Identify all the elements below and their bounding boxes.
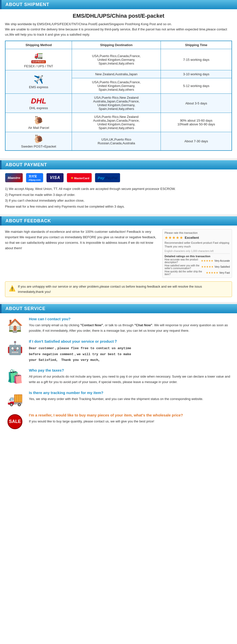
service-title-satisfied: If I don't Satisfied about your service … (29, 339, 232, 344)
time-cell: About 3-5 days (161, 94, 232, 113)
visa-card: VISA (46, 173, 64, 182)
rate-label: Please rate this transaction (165, 231, 230, 234)
maestro-card: Maestro (5, 173, 23, 182)
truck-icon: 🚛 (34, 51, 43, 59)
shipment-header-text: ABOUT SHIPMENT (4, 2, 49, 7)
sale-badge-icon: SALE (5, 413, 25, 430)
express-badge: EXPRESS (31, 60, 46, 63)
mastercard-card: ●● MasterCard (67, 173, 92, 182)
service-body-taxes: All prices of our products do not includ… (29, 374, 232, 385)
maestro-label: Maestro (8, 176, 20, 180)
service-body-satisfied: Dear customer，please flee free to contac… (29, 346, 232, 363)
payment-icons: Maestro 支付宝Alipay.com VISA ●● MasterCard… (5, 173, 232, 182)
rating-stars-3: ★★★★★ (206, 271, 218, 274)
shipment-header: ABOUT SHIPMENT (0, 0, 237, 9)
house-icon: 🏠 (5, 317, 25, 334)
service-item-wholesale: SALE I'm a reseller, I would like to buy… (5, 413, 232, 430)
service-title-tracking: Is there any tracking number for my item… (29, 390, 232, 395)
snail2-icon: 🐌 (34, 134, 43, 144)
destination-cell: USA,Puerto Rico,Canada,France,United Kin… (72, 49, 161, 70)
method-cell: DHL DHL express (5, 94, 72, 113)
service-content-wholesale: I'm a reseller, I would like to buy many… (29, 413, 232, 424)
bag-icon: 🛍️ (5, 368, 25, 386)
shipping-table: Shipping Method Shipping Destination Shi… (5, 40, 232, 151)
visa-label: VISA (50, 176, 60, 180)
destination-cell: New Zealand,Australia,Japan (72, 70, 161, 78)
plane-icon: ✈️ (34, 75, 43, 84)
time-cell: 90% about 15-60 days10%will above 50-90 … (161, 113, 232, 132)
feedback-widget: Please rate this transaction ★★★★★ Excel… (162, 229, 232, 278)
rating-row-1: How accurate was the product description… (165, 258, 230, 264)
ratings-title: Detailed ratings on this transaction (165, 254, 230, 258)
sale-badge: SALE (7, 414, 22, 429)
service-title-contact: How can I contact you? (29, 317, 232, 321)
table-row: DHL DHL express USA,Puerto Rico,New Zeal… (5, 94, 232, 113)
service-content-satisfied: If I don't Satisfied about your service … (29, 339, 232, 363)
warning-box: ⚠️ If you are unhappy with our service o… (5, 282, 232, 297)
about-service-section: ABOUT SERVICE 🏠 How can I contact you? Y… (0, 304, 237, 440)
service-body-tracking: Yes, we ship every order with their Trac… (29, 396, 232, 402)
destination-cell: USA,UK,Puerto RicoRussian,Canada,Austral… (72, 132, 161, 151)
service-content-contact: How can I contact you? You can simply em… (29, 317, 232, 334)
rating-row-3: How quickly did the seller ship the item… (165, 270, 230, 276)
warning-text: If you are unhappy with our service or a… (18, 284, 228, 294)
method-cell: 🐌 Air Mail Parcel (5, 113, 72, 132)
excellent-label: Excellent (185, 236, 199, 240)
service-title-wholesale: I'm a reseller, I would like to buy many… (29, 413, 232, 417)
service-title-taxes: Who pay the taxes? (29, 368, 232, 372)
rating-stars: ★★★★★ (165, 235, 183, 240)
time-cell: 3-10 working days (161, 70, 232, 78)
feedback-header: ABOUT FEEDBACK (0, 216, 237, 226)
service-item-satisfied: 🤖 If I don't Satisfied about your servic… (5, 339, 232, 363)
payment-header-text: ABOUT PAYMENT (4, 162, 47, 168)
service-item-tracking: 🚚 Is there any tracking number for my it… (5, 390, 232, 408)
alipay-card: 支付宝Alipay.com (26, 173, 43, 182)
col-destination: Shipping Destination (72, 41, 161, 49)
about-payment-section: ABOUT PAYMENT Maestro 支付宝Alipay.com VISA… (0, 160, 237, 214)
rating-tag-2: Very Satisfied (215, 266, 230, 268)
feedback-comment: Recommended seller Excellent product Fas… (165, 241, 230, 249)
service-body-contact: You can simply email us by clicking "Con… (29, 322, 232, 334)
table-row: 🐌 Sweden POST=Epacket USA,UK,Puerto Rico… (5, 132, 232, 151)
feedback-char: English characters only 1,000 characters… (165, 250, 230, 252)
destination-cell: USA,Puerto Rico,New ZealandAustralia,Jap… (72, 113, 161, 132)
table-row: ✈️ EMS express New Zealand,Australia,Jap… (5, 70, 232, 78)
payment-notes: 1) We accept Alipay, West Union, TT. All… (5, 186, 232, 209)
service-body-wholesale: If you would like to buy large quantity,… (29, 419, 232, 424)
paypal-card: PayPayPal (95, 173, 120, 182)
method-cell: ✈️ EMS express (5, 70, 72, 94)
col-method: Shipping Method (5, 41, 72, 49)
about-shipment-section: ABOUT SHIPMENT EMS/DHL/UPS/China post/E-… (0, 0, 237, 158)
robot-icon: 🤖 (5, 339, 25, 357)
rating-stars-1: ★★★★★ (201, 259, 213, 262)
feedback-inner: We maintain high standards of excellence… (5, 229, 232, 278)
destination-cell: USA,Puerto Rico,Canada,France,United Kin… (72, 78, 161, 94)
rating-row-2: How satisfied were you with the seller's… (165, 264, 230, 270)
method-cell: 🐌 Sweden POST=Epacket (5, 132, 72, 151)
delivery-truck-icon: 🚚 (5, 390, 25, 408)
service-content-tracking: Is there any tracking number for my item… (29, 390, 232, 402)
warning-icon: ⚠️ (9, 284, 15, 293)
about-feedback-section: ABOUT FEEDBACK We maintain high standard… (0, 216, 237, 302)
rating-stars-2: ★★★★★ (201, 265, 214, 268)
time-cell: 7-15 working days (161, 49, 232, 70)
col-time: Shipping Time (161, 41, 232, 49)
service-header: ABOUT SERVICE (0, 304, 237, 313)
feedback-header-text: ABOUT FEEDBACK (4, 218, 51, 224)
payment-header: ABOUT PAYMENT (0, 160, 237, 170)
service-item-taxes: 🛍️ Who pay the taxes? All prices of our … (5, 368, 232, 386)
method-cell: 🚛 EXPRESS FESEX / UPS / TNT (5, 49, 72, 70)
time-cell: About 7-30 days (161, 132, 232, 151)
snail-icon: 🐌 (34, 116, 43, 125)
shipment-subtitle: EMS/DHL/UPS/China post/E-packet (5, 13, 232, 19)
service-item-contact: 🏠 How can I contact you? You can simply … (5, 317, 232, 334)
shipment-intro: We ship worldwide by EMS/DHL/UPS/FEDEX/T… (5, 22, 232, 37)
service-header-text: ABOUT SERVICE (4, 306, 45, 311)
feedback-body: We maintain high standards of excellence… (5, 229, 158, 278)
rating-tag-1: Very Accurate (214, 260, 230, 262)
table-row: 🐌 Air Mail Parcel USA,Puerto Rico,New Ze… (5, 113, 232, 132)
time-cell: 5-12 working days (161, 78, 232, 94)
table-row: 🚛 EXPRESS FESEX / UPS / TNT USA,Puerto R… (5, 49, 232, 70)
destination-cell: USA,Puerto Rico,New ZealandAustralia,Jap… (72, 94, 161, 113)
dhl-icon: DHL (31, 97, 46, 105)
